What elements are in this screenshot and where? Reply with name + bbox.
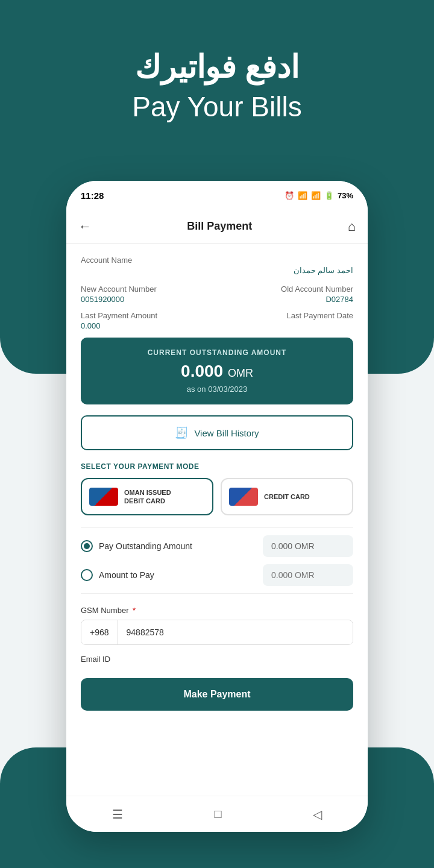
credit-card-icon xyxy=(229,488,258,506)
arabic-title: ادفع فواتيرك xyxy=(0,48,434,86)
gsm-required-indicator: * xyxy=(133,606,136,615)
credit-label-line1: CREDIT CARD xyxy=(264,493,310,500)
outstanding-label: CURRENT OUTSTANDING AMOUNT xyxy=(93,348,341,357)
old-account-label: Old Account Number xyxy=(217,285,353,294)
last-payment-date-col: Last Payment Date xyxy=(217,311,353,330)
payment-info-row: Last Payment Amount 0.000 Last Payment D… xyxy=(81,311,353,330)
country-code: +968 xyxy=(81,620,118,644)
view-bill-history-button[interactable]: 🧾 View Bill History xyxy=(81,415,353,450)
back-triangle-icon[interactable]: ◁ xyxy=(313,807,322,822)
credit-card-label: CREDIT CARD xyxy=(264,492,310,501)
debit-card-option[interactable]: OMAN ISSUED DEBIT CARD xyxy=(81,478,213,515)
email-section: Email ID xyxy=(81,655,353,664)
menu-icon[interactable]: ☰ xyxy=(112,807,123,822)
new-account-value: 0051920000 xyxy=(81,295,217,304)
payment-mode-options: OMAN ISSUED DEBIT CARD CREDIT CARD xyxy=(81,478,353,515)
gsm-input-row: +968 xyxy=(81,620,353,645)
amount-to-pay-radio[interactable] xyxy=(81,569,93,581)
payment-mode-section: SELECT YOUR PAYMENT MODE OMAN ISSUED DEB… xyxy=(81,462,353,515)
account-name-label: Account Name xyxy=(81,256,353,265)
pay-outstanding-label[interactable]: Pay Outstanding Amount xyxy=(81,540,192,552)
english-title: Pay Your Bills xyxy=(0,90,434,123)
old-account-value: D02784 xyxy=(217,295,353,304)
debit-card-icon xyxy=(89,488,118,506)
outstanding-amount: 0.000 OMR xyxy=(93,362,341,381)
bill-history-label: View Bill History xyxy=(194,428,259,438)
bottom-nav: ☰ □ ◁ xyxy=(66,796,368,832)
battery-percent: 73% xyxy=(338,191,353,200)
amount-to-pay-text: Amount to Pay xyxy=(99,570,154,580)
last-payment-amount-value: 0.000 xyxy=(81,321,217,330)
status-time: 11:28 xyxy=(81,190,104,201)
account-info-section: Account Name احمد سالم حمدان xyxy=(81,256,353,275)
new-account-label: New Account Number xyxy=(81,285,217,294)
signal-icon: 📶 xyxy=(311,191,321,200)
nav-bar: ← Bill Payment ⌂ xyxy=(66,210,368,244)
account-name-value: احمد سالم حمدان xyxy=(81,266,353,275)
new-account-col: New Account Number 0051920000 xyxy=(81,285,217,304)
battery-icon: 🔋 xyxy=(324,191,334,200)
amount-to-pay-field[interactable] xyxy=(263,564,353,586)
old-account-col: Old Account Number D02784 xyxy=(217,285,353,304)
alarm-icon: ⏰ xyxy=(285,191,294,200)
home-square-icon[interactable]: □ xyxy=(214,807,221,821)
outstanding-date: as on 03/03/2023 xyxy=(93,385,341,394)
back-button[interactable]: ← xyxy=(78,219,92,234)
debit-label-line2: DEBIT CARD xyxy=(124,497,165,505)
header-section: ادفع فواتيرك Pay Your Bills xyxy=(0,48,434,123)
last-payment-amount-label: Last Payment Amount xyxy=(81,311,217,320)
make-payment-button[interactable]: Make Payment xyxy=(81,678,353,711)
credit-card-option[interactable]: CREDIT CARD xyxy=(221,478,353,515)
bill-icon: 🧾 xyxy=(175,426,188,439)
last-payment-amount-col: Last Payment Amount 0.000 xyxy=(81,311,217,330)
pay-outstanding-text: Pay Outstanding Amount xyxy=(99,541,192,551)
home-button[interactable]: ⌂ xyxy=(348,219,356,234)
debit-card-label: OMAN ISSUED DEBIT CARD xyxy=(124,488,171,506)
email-label: Email ID xyxy=(81,655,353,664)
content-area: Account Name احمد سالم حمدان New Account… xyxy=(66,244,368,796)
pay-outstanding-radio[interactable] xyxy=(81,540,93,552)
last-payment-date-label: Last Payment Date xyxy=(217,311,353,320)
amount-to-pay-row: Amount to Pay xyxy=(81,564,353,586)
gsm-label: GSM Number * xyxy=(81,606,353,615)
payment-mode-label: SELECT YOUR PAYMENT MODE xyxy=(81,462,353,471)
outstanding-amount-field: 0.000 OMR xyxy=(263,535,353,557)
status-bar: 11:28 ⏰ 📶 📶 🔋 73% xyxy=(66,181,368,210)
phone-number-input[interactable] xyxy=(118,620,353,644)
account-numbers-row: New Account Number 0051920000 Old Accoun… xyxy=(81,285,353,304)
debit-label-line1: OMAN ISSUED xyxy=(124,489,171,496)
nav-title: Bill Payment xyxy=(187,220,252,233)
wifi-icon: 📶 xyxy=(298,191,307,200)
payment-amount-section: Pay Outstanding Amount 0.000 OMR Amount … xyxy=(81,527,353,594)
status-icons: ⏰ 📶 📶 🔋 73% xyxy=(285,191,353,200)
outstanding-amount-box: CURRENT OUTSTANDING AMOUNT 0.000 OMR as … xyxy=(81,338,353,404)
gsm-section: GSM Number * +968 xyxy=(81,606,353,645)
pay-outstanding-row: Pay Outstanding Amount 0.000 OMR xyxy=(81,535,353,557)
phone-mockup: 11:28 ⏰ 📶 📶 🔋 73% ← Bill Payment ⌂ Accou… xyxy=(66,181,368,832)
amount-to-pay-label[interactable]: Amount to Pay xyxy=(81,569,154,581)
